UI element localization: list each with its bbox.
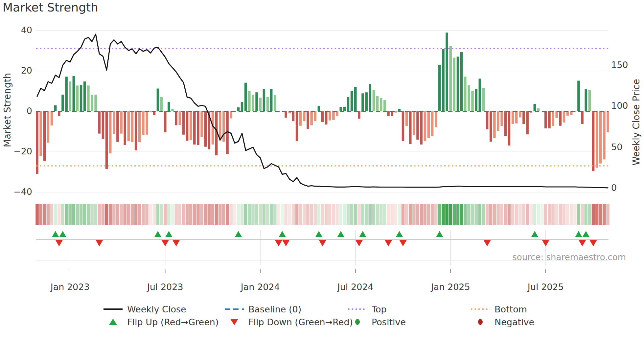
heatmap-cell xyxy=(453,204,456,225)
strength-bar xyxy=(200,111,203,137)
strength-bar xyxy=(508,111,511,146)
strength-bar xyxy=(270,89,273,111)
heatmap-cell xyxy=(196,204,200,225)
heatmap-cell xyxy=(493,204,496,225)
heatmap-cell xyxy=(47,204,50,225)
strength-bar xyxy=(186,111,189,141)
strength-bar xyxy=(607,111,609,132)
strength-bar xyxy=(559,111,562,126)
legend-item-flip-up-red-green: Flip Up (Red→Green) xyxy=(104,316,219,328)
flip-down-marker xyxy=(590,240,597,246)
heatmap-cell xyxy=(54,204,57,225)
strength-bar xyxy=(336,111,338,116)
strength-bar xyxy=(36,111,38,174)
heatmap-cell xyxy=(471,204,474,225)
strength-bar xyxy=(241,102,243,111)
heatmap-cell xyxy=(599,204,602,225)
legend-item-baseline-0: Baseline (0) xyxy=(225,303,301,315)
heatmap-cell xyxy=(526,204,529,225)
strength-bar xyxy=(548,111,551,128)
flip-up-marker xyxy=(575,231,582,237)
strength-bar xyxy=(376,96,379,111)
x-tick-label: Jul 2024 xyxy=(326,282,385,292)
heatmap-cell xyxy=(43,204,46,225)
strength-bar xyxy=(307,111,309,129)
heatmap-cell xyxy=(368,204,372,225)
heatmap-cell xyxy=(303,204,306,225)
heatmap-cell xyxy=(566,204,569,225)
heatmap-cell xyxy=(357,204,361,225)
heatmap-cell xyxy=(518,204,522,225)
heatmap-cell xyxy=(306,204,310,225)
heatmap-cell xyxy=(559,204,562,225)
dotted-swatch xyxy=(471,304,490,314)
heatmap-cell xyxy=(123,204,126,225)
heatmap-cell xyxy=(226,204,229,225)
heatmap-cell xyxy=(156,204,160,225)
strength-bar xyxy=(497,111,499,131)
heatmap-cell xyxy=(412,204,416,225)
heatmap-cell xyxy=(376,204,379,225)
heatmap-cell xyxy=(577,204,580,225)
legend-item-label: Bottom xyxy=(494,304,527,314)
strength-bar xyxy=(303,111,306,121)
right-y-tick-label: 100 xyxy=(611,101,628,111)
heatmap-cell xyxy=(595,204,599,225)
heatmap-cell xyxy=(405,204,408,225)
heatmap-cell xyxy=(335,204,339,225)
strength-bar xyxy=(120,111,123,134)
flip-up-marker xyxy=(315,231,322,237)
strength-bar xyxy=(252,95,254,111)
strength-bar xyxy=(73,76,75,111)
heatmap-cell xyxy=(321,204,324,225)
legend-item-label: Flip Up (Red→Green) xyxy=(127,317,219,327)
dotted-swatch xyxy=(348,304,367,314)
strength-bar xyxy=(204,111,207,147)
strength-bar xyxy=(157,89,159,111)
left-y-tick-label: −40 xyxy=(0,187,32,197)
legend-item-negative: Negative xyxy=(471,316,534,328)
strength-bar xyxy=(387,111,390,116)
strength-bar xyxy=(526,111,529,134)
heatmap-cell xyxy=(570,204,573,225)
strength-bar xyxy=(296,111,298,141)
heatmap-cell xyxy=(131,204,134,225)
strength-bar xyxy=(80,85,82,111)
heatmap-cell xyxy=(182,204,185,225)
heatmap-cell xyxy=(266,204,269,225)
strength-bar xyxy=(164,111,167,132)
strength-bar xyxy=(534,104,536,111)
heatmap-cell xyxy=(153,204,156,225)
strength-bar xyxy=(442,49,445,111)
strength-bar xyxy=(321,111,324,122)
heatmap-cell xyxy=(511,204,515,225)
heatmap-cell xyxy=(160,204,163,225)
legend-item-label: Weekly Close xyxy=(127,304,186,314)
heatmap-cell xyxy=(449,204,452,225)
heatmap-cell xyxy=(164,204,167,225)
flip-up-marker xyxy=(337,231,344,237)
heatmap-cell xyxy=(65,204,68,225)
strength-bar xyxy=(563,111,565,123)
strength-bar xyxy=(124,111,126,145)
x-tick-label: Jul 2025 xyxy=(516,282,575,292)
left-y-tick-label: 0 xyxy=(0,106,32,116)
strength-bar xyxy=(149,111,152,112)
heatmap-cell xyxy=(555,204,558,225)
heatmap-cell xyxy=(208,204,211,225)
heatmap-cell xyxy=(482,204,485,225)
strength-bar xyxy=(175,111,177,125)
flip-down-marker xyxy=(542,240,549,246)
heatmap-cell xyxy=(273,204,277,225)
legend-item-label: Top xyxy=(372,304,387,314)
strength-bar xyxy=(468,85,470,111)
flip-down-marker xyxy=(282,240,289,246)
heatmap-cell xyxy=(102,204,105,225)
strength-bar xyxy=(373,90,375,111)
flip-down-marker xyxy=(56,240,63,246)
right-y-tick-label: 0 xyxy=(611,183,617,193)
heatmap-cell xyxy=(310,204,313,225)
left-y-tick-label: 20 xyxy=(0,65,32,76)
strength-bar xyxy=(127,111,130,141)
strength-bar xyxy=(347,97,350,111)
